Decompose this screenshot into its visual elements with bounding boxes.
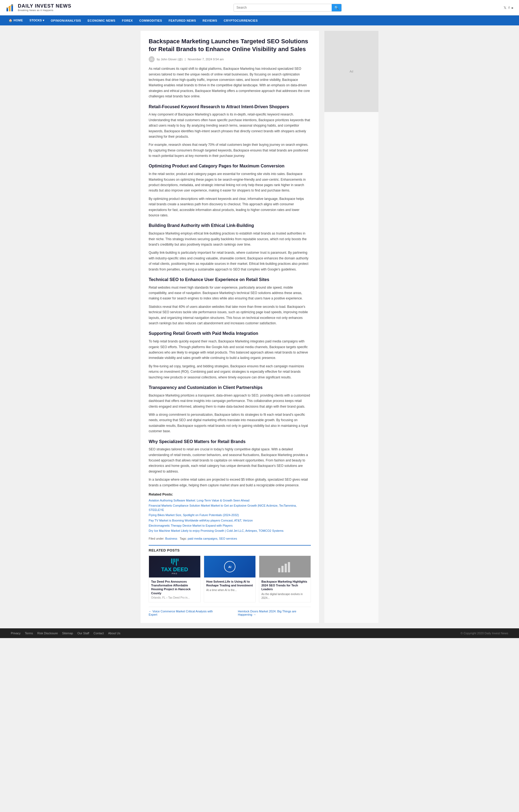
footer-risk[interactable]: Risk Disclosure — [37, 632, 58, 635]
card-3-image — [259, 556, 311, 578]
rss-icon[interactable]: ▸ — [512, 6, 514, 10]
card-2-excerpt: At a time when AI is the... — [206, 588, 253, 592]
related-link-3[interactable]: Flying Bikes Market Size, Spotlight on F… — [149, 513, 239, 517]
card-2-title: How Solvent.Life is Using AI to Reshape … — [206, 580, 253, 587]
section-1-p2: For example, research shows that nearly … — [149, 142, 311, 158]
card-3: Backspace Marketing Highlights 2024 SEO … — [259, 556, 311, 602]
footer-staff[interactable]: Our Staff — [77, 632, 89, 635]
article-intro: As retail continues its rapid shift to d… — [149, 66, 311, 99]
article-separator: | — [185, 58, 186, 61]
related-link-4[interactable]: Pay TV Market is Booming Worldwide withK… — [149, 519, 253, 522]
related-list-item: Aviation Authoring Software Market: Long… — [149, 498, 311, 502]
section-heading-6: Transparency and Customization in Client… — [149, 385, 311, 390]
svg-rect-8 — [285, 564, 287, 572]
article-author: by John Glover (@) — [157, 58, 183, 61]
section-4-p1: Retail websites must meet high standards… — [149, 285, 311, 301]
related-link-6[interactable]: Dry Ice Machine Market Likely to enjoy P… — [149, 529, 283, 532]
logo-icon — [5, 3, 15, 12]
main-navigation: 🏠 HOME STOCKS ▾ OPINION/ANALYSIS ECONOMI… — [0, 16, 519, 25]
related-list-item: Electromagnetic Therapy Device Market to… — [149, 524, 311, 528]
section-heading-5: Supporting Retail Growth with Paid Media… — [149, 331, 311, 337]
article-meta: JG by John Glover (@) | November 7, 2024… — [149, 56, 311, 62]
svg-rect-6 — [278, 568, 280, 572]
section-5-p1: To help retail brands quickly expand the… — [149, 339, 311, 361]
prev-article-link[interactable]: ← Voice Commerce Market Critical Analysi… — [149, 610, 222, 616]
search-input[interactable] — [234, 4, 332, 11]
article-navigation: ← Voice Commerce Market Critical Analysi… — [149, 607, 311, 616]
nav-crypto[interactable]: CRYPTOCURRENCIES — [220, 16, 261, 25]
tags-link[interactable]: paid media campaigns, SEO services — [188, 537, 237, 540]
article-body: As retail continues its rapid shift to d… — [149, 66, 311, 488]
section-6-p2: With a strong commitment to personalizat… — [149, 412, 311, 434]
section-4-p2: Statistics reveal that 40% of users aban… — [149, 304, 311, 326]
card-1-body: Tax Deed Pro Announces Transformative Af… — [149, 578, 200, 601]
nav-opinion[interactable]: OPINION/ANALYSIS — [48, 16, 84, 25]
site-tagline: Breaking News as it Happens — [18, 9, 71, 11]
page-wrapper: Backspace Marketing Launches Targeted SE… — [138, 31, 381, 623]
next-article-link[interactable]: Hemlock Doors Market 2024: Big Things ar… — [238, 610, 311, 616]
nav-stocks[interactable]: STOCKS ▾ — [26, 16, 48, 25]
card-1-location: Orlando, FL – Tax Deed Pro in... — [151, 596, 198, 599]
related-list-item: Dry Ice Machine Market Likely to enjoy P… — [149, 529, 311, 533]
related-posts-cards-grid: TAX DEED PRO Tax Deed Pro Announces Tran… — [149, 556, 311, 602]
filed-under: Filed under: Business Tags: paid media c… — [149, 537, 311, 540]
facebook-icon[interactable]: f — [509, 6, 510, 10]
footer-privacy[interactable]: Privacy — [11, 632, 21, 635]
footer-contact[interactable]: Contact — [94, 632, 104, 635]
card-3-excerpt: As the digital landscape evolves in 2024… — [262, 592, 308, 600]
card-1-title: Tax Deed Pro Announces Transformative Af… — [151, 580, 198, 595]
search-button[interactable]: 🔍 — [332, 4, 341, 11]
related-link-2[interactable]: Financial Markets Compliance Solution Ma… — [149, 504, 297, 511]
section-heading-7: Why Specialized SEO Matters for Retail B… — [149, 439, 311, 445]
category-link[interactable]: Business — [165, 537, 177, 540]
related-link-5[interactable]: Electromagnetic Therapy Device Market to… — [149, 524, 233, 527]
twitter-icon[interactable]: 𝕏 — [503, 6, 506, 10]
card-2-body: How Solvent.Life is Using AI to Reshape … — [204, 578, 255, 594]
footer-about[interactable]: About Us — [108, 632, 120, 635]
card-2-image: AI — [204, 556, 255, 578]
related-posts-list-title: Related Posts: — [149, 492, 311, 496]
related-link-1[interactable]: Aviation Authoring Software Market: Long… — [149, 499, 249, 502]
card-3-svg — [277, 560, 293, 574]
svg-rect-7 — [281, 566, 283, 572]
search-area: 🔍 — [234, 4, 342, 11]
site-name: DAILY INVEST NEWS — [18, 3, 71, 9]
card-3-title: Backspace Marketing Highlights 2024 SEO … — [262, 580, 308, 591]
site-footer: Privacy Terms Risk Disclosure Sitemap Ou… — [0, 628, 519, 638]
sidebar-ad: Ad — [324, 31, 378, 112]
footer-links: Privacy Terms Risk Disclosure Sitemap Ou… — [11, 632, 120, 635]
tags-label: Tags: — [180, 537, 187, 540]
nav-forex[interactable]: FOREX — [119, 16, 136, 25]
section-5-p2: By fine-tuning ad copy, targeting, and b… — [149, 364, 311, 380]
nav-commodities[interactable]: COMMODITIES — [136, 16, 165, 25]
article-date: November 7, 2024 9:54 am — [188, 58, 223, 61]
main-content: Backspace Marketing Launches Targeted SE… — [141, 31, 319, 623]
section-heading-2: Optimizing Product and Category Pages fo… — [149, 163, 311, 169]
section-heading-1: Retail-Focused Keyword Research to Attra… — [149, 104, 311, 110]
section-7-p2: In a landscape where online retail sales… — [149, 477, 311, 488]
section-heading-4: Technical SEO to Enhance User Experience… — [149, 277, 311, 283]
author-avatar: JG — [149, 56, 155, 62]
footer-copyright: © Copyright 2020 Daily Invest News — [461, 632, 508, 635]
section-1-p1: A key component of Backspace Marketing's… — [149, 112, 311, 139]
section-7-p1: SEO strategies tailored to retail are cr… — [149, 446, 311, 474]
article-title: Backspace Marketing Launches Targeted SE… — [149, 37, 311, 53]
footer-sitemap[interactable]: Sitemap — [62, 632, 73, 635]
svg-rect-9 — [288, 562, 290, 572]
nav-reviews[interactable]: REVIEWS — [199, 16, 220, 25]
nav-economic[interactable]: ECONOMIC NEWS — [84, 16, 119, 25]
related-list-item: Pay TV Market is Booming Worldwide withK… — [149, 519, 311, 523]
footer-terms[interactable]: Terms — [25, 632, 33, 635]
nav-featured[interactable]: FEATURED NEWS — [165, 16, 200, 25]
section-2-p2: By optimizing product descriptions with … — [149, 196, 311, 218]
tax-logo-text: TAX DEED — [161, 567, 188, 572]
card-3-body: Backspace Marketing Highlights 2024 SEO … — [259, 578, 311, 602]
card-1-image: TAX DEED PRO — [149, 556, 200, 578]
section-heading-3: Building Brand Authority with Ethical Li… — [149, 223, 311, 229]
logo-area: DAILY INVEST NEWS Breaking News as it Ha… — [5, 3, 71, 12]
nav-home[interactable]: 🏠 HOME — [5, 16, 26, 25]
section-6-p1: Backspace Marketing prioritizes a transp… — [149, 393, 311, 409]
sidebar: Ad — [324, 31, 378, 623]
related-list-item: Financial Markets Compliance Solution Ma… — [149, 504, 311, 512]
site-header: DAILY INVEST NEWS Breaking News as it Ha… — [0, 0, 519, 16]
